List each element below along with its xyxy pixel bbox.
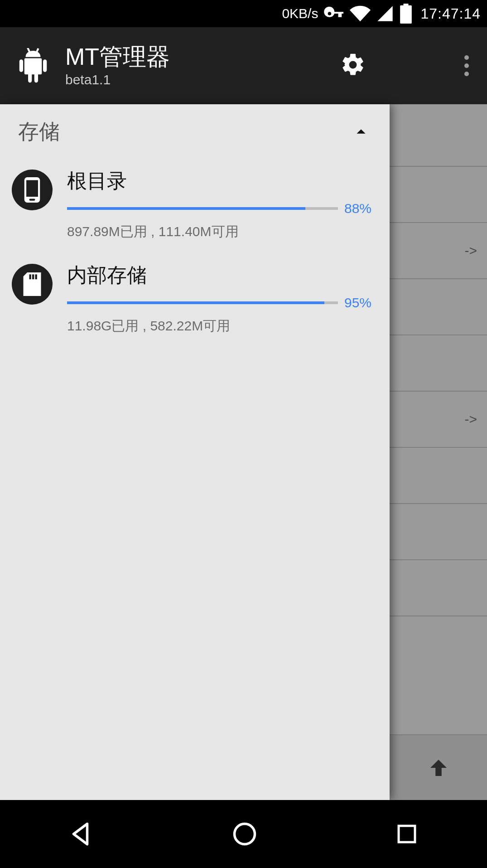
collapse-chevron-icon [351,121,371,142]
usage-bar [67,207,338,210]
phone-icon [12,170,53,210]
network-speed: 0KB/s [282,6,318,21]
usage-percent: 95% [344,295,371,310]
background-file-list: -> -> [390,104,487,800]
status-clock: 17:47:14 [420,5,481,22]
usage-fill [67,301,324,304]
storage-section-header[interactable]: 存储 [0,104,390,160]
overflow-menu-button[interactable] [464,55,469,76]
svg-point-10 [235,824,255,844]
section-label: 存储 [18,118,60,146]
storage-name: 内部存储 [67,262,371,289]
storage-item-root[interactable]: 根目录 88% 897.89M已用 , 111.40M可用 [0,160,390,254]
list-item[interactable] [390,278,487,335]
nav-home-button[interactable] [231,820,258,848]
nav-recent-button[interactable] [395,822,419,846]
list-item[interactable] [390,166,487,222]
status-bar: 0KB/s 17:47:14 [0,0,487,27]
sd-card-icon [12,264,53,305]
svg-rect-11 [399,826,415,842]
svg-rect-6 [29,199,35,200]
list-item[interactable] [390,104,487,166]
storage-item-internal[interactable]: 内部存储 95% 11.98G已用 , 582.22M可用 [0,254,390,348]
android-icon [18,48,48,83]
symlink-marker: -> [464,243,477,258]
cell-signal-icon [376,5,394,23]
svg-rect-7 [29,274,31,279]
vpn-key-icon [323,3,344,24]
svg-rect-1 [43,59,47,72]
list-item[interactable] [390,503,487,559]
battery-icon [400,4,412,24]
usage-bar [67,301,338,304]
settings-button[interactable] [340,52,366,80]
nav-back-button[interactable] [68,820,95,848]
usage-fill [67,207,305,210]
symlink-marker: -> [464,412,477,427]
list-item[interactable] [390,447,487,503]
app-title: MT管理器 [65,44,170,70]
svg-rect-0 [19,59,23,72]
list-item[interactable]: -> [390,391,487,447]
list-item[interactable] [390,559,487,616]
up-directory-button[interactable] [390,734,487,800]
list-item[interactable] [390,616,487,672]
app-bar: MT管理器 beta1.1 [0,27,487,104]
usage-percent: 88% [344,201,371,216]
svg-rect-8 [32,274,34,279]
svg-rect-3 [35,48,39,53]
usage-detail: 11.98G已用 , 582.22M可用 [67,317,371,335]
navigation-drawer: 存储 根目录 88% 897.89M已用 , 111.40M可用 内部存储 95… [0,104,390,800]
svg-rect-5 [26,180,38,197]
svg-rect-9 [35,274,37,279]
app-subtitle: beta1.1 [65,72,170,87]
svg-rect-2 [27,48,30,53]
list-item[interactable]: -> [390,222,487,278]
storage-name: 根目录 [67,168,371,194]
list-item[interactable] [390,335,487,391]
wifi-icon [350,3,371,24]
usage-detail: 897.89M已用 , 111.40M可用 [67,223,371,241]
system-nav-bar [0,800,487,868]
